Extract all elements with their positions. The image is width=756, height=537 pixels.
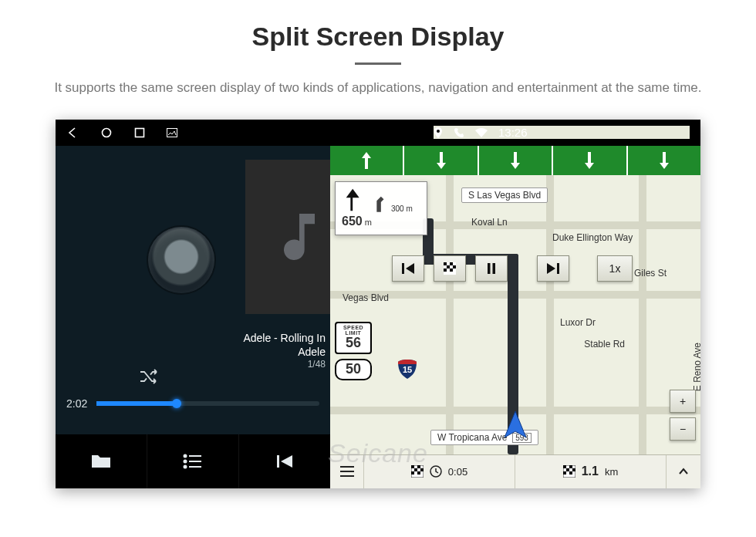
nav-remaining-dist: 1.1 <box>582 464 599 478</box>
lane-straight <box>330 146 404 175</box>
location-icon <box>434 127 443 138</box>
speed-multiplier-button[interactable]: 1x <box>597 255 633 282</box>
device-screenshot: 13:26 Adele - Rolling In Adele <box>56 120 700 488</box>
next-turn-dist: 300 m <box>391 204 413 213</box>
lane-down <box>479 146 553 175</box>
clock-text: 13:26 <box>498 126 528 139</box>
android-statusbar: 13:26 <box>56 120 700 146</box>
street-duke: Duke Ellington Way <box>546 231 639 245</box>
overlay-prev-button[interactable] <box>392 255 424 282</box>
svg-point-0 <box>103 128 111 137</box>
turn-left-icon <box>342 187 368 213</box>
turn-right-small-icon <box>371 191 388 213</box>
svg-point-3 <box>437 130 440 133</box>
folder-button[interactable] <box>56 434 147 488</box>
clock-icon <box>430 465 442 478</box>
elapsed-time: 2:02 <box>66 397 87 410</box>
svg-rect-1 <box>136 128 144 137</box>
dest-flag-icon <box>563 465 575 478</box>
street-ereno: E Reno Ave <box>690 336 700 397</box>
recent-apps-icon[interactable] <box>134 127 145 138</box>
speed-limit-sign: SPEED LIMIT 56 <box>335 322 372 354</box>
svg-rect-8 <box>488 263 491 274</box>
svg-rect-2 <box>167 128 177 137</box>
player-bottom-controls <box>56 434 330 488</box>
lane-guidance-bar <box>330 146 700 175</box>
seek-bar[interactable] <box>96 401 319 406</box>
player-dial[interactable] <box>148 227 214 293</box>
nav-eta: 0:05 <box>448 466 467 478</box>
lane-down <box>553 146 627 175</box>
nav-remaining-unit: km <box>605 466 618 478</box>
current-speed: 50 <box>335 359 372 380</box>
playlist-button[interactable] <box>147 434 238 488</box>
track-index: 1/48 <box>243 359 326 371</box>
map-area[interactable]: S Las Vegas Blvd Koval Ln Duke Ellington… <box>330 175 700 454</box>
media-player-pane: Adele - Rolling In Adele 1/48 2:02 <box>56 146 330 488</box>
current-position-icon <box>500 410 531 441</box>
nav-up-button[interactable] <box>667 455 700 488</box>
svg-point-5 <box>184 460 187 462</box>
phone-icon <box>454 127 464 138</box>
overlay-next-button[interactable] <box>537 255 569 282</box>
zoom-in-button[interactable]: + <box>670 390 696 413</box>
album-area: Adele - Rolling In Adele 1/48 <box>56 146 330 377</box>
nav-bottom-bar: 0:05 1.1 km <box>330 454 700 488</box>
picture-icon <box>167 128 177 137</box>
street-s-las-vegas: S Las Vegas Blvd <box>461 187 548 203</box>
interstate-shield-icon: 15 <box>397 357 418 379</box>
lane-down <box>404 146 478 175</box>
svg-point-4 <box>184 454 187 457</box>
street-giles: Giles St <box>628 266 673 280</box>
street-luxor: Luxor Dr <box>554 316 602 329</box>
previous-button[interactable] <box>238 434 330 488</box>
svg-rect-9 <box>493 263 496 274</box>
route-flag-icon <box>411 465 424 478</box>
street-vegas-blvd: Vegas Blvd <box>336 291 395 305</box>
nav-menu-button[interactable] <box>330 455 364 488</box>
back-icon[interactable] <box>66 127 79 139</box>
turn-distance-value: 650 <box>342 214 363 228</box>
track-title: Adele - Rolling In <box>243 331 326 345</box>
turn-distance-unit: m <box>365 218 372 227</box>
progress-row: 2:02 <box>56 377 330 410</box>
wifi-icon <box>475 128 488 137</box>
track-artist: Adele <box>243 345 326 359</box>
svg-text:15: 15 <box>403 365 412 374</box>
street-koval: Koval Ln <box>465 215 514 229</box>
svg-point-6 <box>184 465 187 468</box>
lane-down <box>628 146 700 175</box>
title-underline <box>355 62 401 65</box>
page-description: It supports the same screen display of t… <box>31 79 725 98</box>
shuffle-icon[interactable] <box>139 368 160 385</box>
home-icon[interactable] <box>100 127 113 139</box>
overlay-pause-button[interactable] <box>475 255 508 282</box>
turn-instruction-card: 300 m 650 m <box>335 181 427 235</box>
navigation-pane: S Las Vegas Blvd Koval Ln Duke Ellington… <box>330 146 700 488</box>
overlay-flag-button[interactable] <box>434 255 466 282</box>
street-stable: Stable Rd <box>578 337 631 351</box>
zoom-out-button[interactable]: − <box>670 417 696 441</box>
page-title: Split Screen Display <box>0 0 756 52</box>
